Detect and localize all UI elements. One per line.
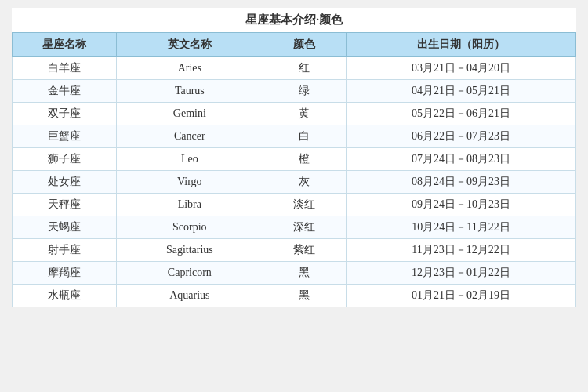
cell-date-8: 11月23日－12月22日 [347,239,576,262]
cell-en-5: Virgo [117,171,263,194]
cell-color-3: 白 [263,125,347,148]
cell-date-2: 05月22日－06月21日 [347,103,576,125]
cell-zh-8: 射手座 [13,239,117,262]
cell-date-0: 03月21日－04月20日 [347,57,576,80]
header-en-name: 英文名称 [117,33,263,57]
cell-zh-2: 双子座 [13,103,117,125]
cell-en-6: Libra [117,194,263,216]
header-date: 出生日期（阳历） [347,33,576,57]
header-color: 颜色 [263,33,347,57]
cell-zh-1: 金牛座 [13,80,117,103]
table-row: 双子座Gemini黄05月22日－06月21日 [13,103,576,125]
cell-en-9: Capricorn [117,262,263,285]
table-row: 摩羯座Capricorn黑12月23日－01月22日 [13,262,576,285]
cell-color-10: 黑 [263,285,347,307]
cell-date-6: 09月24日－10月23日 [347,194,576,216]
cell-zh-10: 水瓶座 [13,285,117,307]
table-row: 巨蟹座Cancer白06月22日－07月23日 [13,125,576,148]
table-row: 射手座Sagittarius紫红11月23日－12月22日 [13,239,576,262]
cell-date-10: 01月21日－02月19日 [347,285,576,307]
cell-color-1: 绿 [263,80,347,103]
table-row: 处女座Virgo灰08月24日－09月23日 [13,171,576,194]
cell-color-5: 灰 [263,171,347,194]
table-row: 白羊座Aries红03月21日－04月20日 [13,57,576,80]
cell-date-4: 07月24日－08月23日 [347,148,576,171]
page-title: 星座基本介绍·颜色 [12,8,576,32]
cell-zh-9: 摩羯座 [13,262,117,285]
header-zh-name: 星座名称 [13,33,117,57]
cell-date-5: 08月24日－09月23日 [347,171,576,194]
cell-date-9: 12月23日－01月22日 [347,262,576,285]
cell-color-8: 紫红 [263,239,347,262]
cell-en-8: Sagittarius [117,239,263,262]
table-row: 狮子座Leo橙07月24日－08月23日 [13,148,576,171]
cell-zh-6: 天秤座 [13,194,117,216]
cell-color-7: 深红 [263,216,347,239]
zodiac-table: 星座名称 英文名称 颜色 出生日期（阳历） 白羊座Aries红03月21日－04… [12,32,576,307]
main-container: 星座基本介绍·颜色 星座名称 英文名称 颜色 出生日期（阳历） 白羊座Aries… [12,8,576,307]
cell-zh-5: 处女座 [13,171,117,194]
cell-color-6: 淡红 [263,194,347,216]
cell-en-3: Cancer [117,125,263,148]
cell-en-4: Leo [117,148,263,171]
cell-color-0: 红 [263,57,347,80]
cell-zh-3: 巨蟹座 [13,125,117,148]
cell-zh-0: 白羊座 [13,57,117,80]
cell-en-2: Gemini [117,103,263,125]
cell-zh-4: 狮子座 [13,148,117,171]
table-row: 天秤座Libra淡红09月24日－10月23日 [13,194,576,216]
cell-date-7: 10月24日－11月22日 [347,216,576,239]
table-row: 天蝎座Scorpio深红10月24日－11月22日 [13,216,576,239]
cell-en-7: Scorpio [117,216,263,239]
cell-color-4: 橙 [263,148,347,171]
cell-color-9: 黑 [263,262,347,285]
cell-date-3: 06月22日－07月23日 [347,125,576,148]
cell-en-1: Taurus [117,80,263,103]
cell-zh-7: 天蝎座 [13,216,117,239]
table-body: 白羊座Aries红03月21日－04月20日金牛座Taurus绿04月21日－0… [13,57,576,307]
table-row: 水瓶座Aquarius黑01月21日－02月19日 [13,285,576,307]
cell-date-1: 04月21日－05月21日 [347,80,576,103]
cell-color-2: 黄 [263,103,347,125]
cell-en-10: Aquarius [117,285,263,307]
table-row: 金牛座Taurus绿04月21日－05月21日 [13,80,576,103]
table-header-row: 星座名称 英文名称 颜色 出生日期（阳历） [13,33,576,57]
cell-en-0: Aries [117,57,263,80]
